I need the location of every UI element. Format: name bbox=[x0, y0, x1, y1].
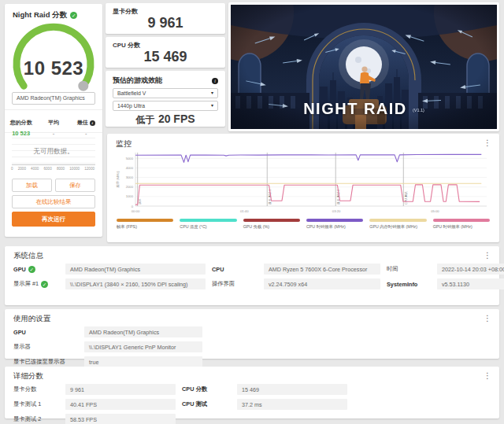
overall-score: 10 523 bbox=[5, 57, 102, 79]
svg-text:00:00: 00:00 bbox=[132, 209, 140, 213]
game-performance-title: 预估的游戏效能 bbox=[113, 76, 162, 86]
chevron-down-icon: ▾ bbox=[211, 89, 213, 98]
settings-gpu-label: GPU bbox=[13, 329, 78, 336]
axis-tick: 2000 bbox=[18, 167, 26, 171]
preset-select[interactable]: 1440p Ultra ▾ bbox=[113, 101, 218, 111]
score-gauge: 10 523 bbox=[5, 20, 102, 92]
tab-best[interactable]: 最佳 i - bbox=[70, 110, 102, 132]
detailed-scores-card: 详细分数 ⋮ 显卡分数 9 961 CPU 分数 15 469 显卡测试 1 4… bbox=[5, 367, 499, 418]
detail-gpu-test2-value: 58.53 FPS bbox=[65, 414, 176, 424]
score-distribution-axis: 0 2000 4000 6000 8000 10000 12000 bbox=[12, 164, 95, 171]
night-raid-version: (V1.1) bbox=[413, 108, 424, 112]
chevron-down-icon: ▾ bbox=[211, 101, 213, 110]
time-value: 2022-10-14 20:03 +08:00 bbox=[437, 264, 504, 275]
run-again-button[interactable]: 再次运行 bbox=[12, 212, 95, 227]
legend-gpu-load[interactable]: GPU 负载 (%) bbox=[243, 219, 300, 230]
detail-gpu-score-value: 9 961 bbox=[65, 384, 176, 395]
check-icon: ✓ bbox=[41, 281, 48, 288]
cpu-label: CPU bbox=[212, 266, 258, 273]
detail-gpu-score-label: 显卡分数 bbox=[13, 385, 59, 393]
detail-cpu-test-label: CPU 测试 bbox=[182, 400, 231, 408]
detail-cpu-score-label: CPU 分数 bbox=[182, 385, 231, 393]
axis-tick: 8000 bbox=[57, 167, 65, 171]
axis-tick: 0 bbox=[11, 167, 13, 171]
best-info-icon[interactable]: i bbox=[90, 120, 95, 126]
tab-your-score-label: 您的分数 bbox=[10, 119, 32, 127]
tab-best-label: 最佳 i bbox=[77, 119, 95, 127]
settings-connected-label: 显卡已连接至显示器 bbox=[13, 358, 78, 366]
detail-cpu-score-value: 15 469 bbox=[237, 384, 347, 395]
legend-cpu-clock[interactable]: CPU 时钟频率 (MHz) bbox=[306, 219, 363, 230]
svg-text:03:20: 03:20 bbox=[332, 209, 341, 213]
svg-text:1000: 1000 bbox=[126, 194, 134, 198]
settings-monitor-label: 显示器 bbox=[13, 343, 78, 351]
svg-text:2000: 2000 bbox=[126, 185, 134, 189]
detail-cpu-test-value: 37.2 ms bbox=[237, 399, 347, 410]
os-value: v2.24.7509 x64 bbox=[264, 278, 380, 289]
night-raid-result-screen: Night Raid 分数 ✓ 10 523 AMD Radeon(TM) Gr… bbox=[0, 0, 504, 424]
axis-tick: 6000 bbox=[44, 167, 52, 171]
sysinfo-value: v5.53.1130 bbox=[437, 278, 504, 289]
legend-gpu-mem-clock[interactable]: GPU 内存时钟频率 (MHz) bbox=[369, 219, 426, 230]
gpu-score-value: 9 961 bbox=[106, 15, 225, 31]
monitoring-menu-icon[interactable]: ⋮ bbox=[480, 137, 495, 149]
axis-tick: 4000 bbox=[31, 167, 39, 171]
cpu-score-card: CPU 分数 15 469 bbox=[106, 37, 225, 68]
check-icon: ✓ bbox=[28, 266, 35, 273]
svg-text:4000: 4000 bbox=[126, 166, 134, 170]
tab-average[interactable]: 平均 - bbox=[37, 110, 69, 132]
axis-tick: 10000 bbox=[69, 167, 80, 171]
settings-used-card: 使用的设置 ⋮ GPU AMD Radeon(TM) Graphics 显示器 … bbox=[5, 309, 499, 359]
game-performance-info-icon[interactable]: i bbox=[212, 78, 218, 84]
os-label: 操作界面 bbox=[212, 280, 258, 288]
system-info-title: 系统信息 bbox=[13, 251, 43, 261]
settings-used-menu-icon[interactable]: ⋮ bbox=[480, 312, 495, 324]
valid-check-icon: ✓ bbox=[70, 12, 77, 19]
settings-monitor-value: \\.\DISPLAY1 Generic PnP Monitor bbox=[84, 341, 202, 352]
gpu-value: AMD Radeon(TM) Graphics bbox=[65, 264, 206, 275]
legend-cpu-temp[interactable]: CPU 温度 (°C) bbox=[180, 219, 236, 230]
legend-fps[interactable]: 帧率 (FPS) bbox=[117, 219, 173, 230]
svg-text:3000: 3000 bbox=[126, 175, 134, 179]
svg-text:05:00: 05:00 bbox=[431, 209, 439, 213]
svg-text:01:40: 01:40 bbox=[240, 209, 249, 213]
estimated-fps: 低于 20 FPS bbox=[106, 112, 225, 127]
system-info-menu-icon[interactable]: ⋮ bbox=[480, 249, 495, 261]
cpu-score-value: 15 469 bbox=[106, 49, 225, 65]
detail-gpu-test1-label: 显卡测试 1 bbox=[13, 400, 59, 408]
gauge-end-dot bbox=[78, 81, 88, 91]
load-button[interactable]: 加载 bbox=[12, 179, 52, 192]
axis-tick: 12000 bbox=[84, 167, 94, 171]
score-distribution-chart: 无可用数据。 bbox=[12, 138, 95, 164]
detailed-scores-menu-icon[interactable]: ⋮ bbox=[480, 370, 495, 382]
monitoring-chart: 010002000300040005000频率 (MHz)00:0001:400… bbox=[113, 149, 493, 219]
settings-gpu-value: AMD Radeon(TM) Graphics bbox=[84, 326, 202, 337]
game-performance-card: 预估的游戏效能 i Battlefield V ▾ 1440p Ultra ▾ … bbox=[106, 71, 225, 127]
svg-text:频率 (MHz): 频率 (MHz) bbox=[116, 171, 120, 188]
score-card: Night Raid 分数 ✓ 10 523 AMD Radeon(TM) Gr… bbox=[5, 4, 102, 237]
benchmark-image-card: NIGHT RAID (V1.1) bbox=[228, 2, 499, 131]
display-value: \\.\DISPLAY1 (3840 × 2160, 150% DPI scal… bbox=[65, 278, 206, 289]
game-select-value: Battlefield V bbox=[117, 89, 146, 98]
svg-text:CPU 测试: CPU 测试 bbox=[404, 191, 408, 205]
compare-online-button[interactable]: 在线比较结果 bbox=[12, 195, 95, 208]
gpu-name-field[interactable]: AMD Radeon(TM) Graphics bbox=[12, 92, 95, 105]
monitoring-card: 监控 ⋮ 010002000300040005000频率 (MHz)00:000… bbox=[107, 134, 499, 242]
display-label: 显示屏 #1✓ bbox=[13, 280, 59, 288]
score-tabs: 您的分数 10 523 平均 - 最佳 i - bbox=[5, 109, 102, 133]
legend-gpu-clock[interactable]: GPU 时钟频率 (MHz) bbox=[433, 219, 490, 230]
tab-your-score[interactable]: 您的分数 10 523 bbox=[5, 110, 37, 132]
tab-best-value: - bbox=[70, 130, 102, 137]
chart-legend: 帧率 (FPS) CPU 温度 (°C) GPU 负载 (%) CPU 时钟频率… bbox=[117, 219, 490, 230]
night-raid-image: NIGHT RAID (V1.1) bbox=[231, 5, 497, 129]
system-info-card: 系统信息 ⋮ GPU✓ AMD Radeon(TM) Graphics CPU … bbox=[5, 246, 499, 305]
svg-text:0: 0 bbox=[132, 205, 134, 208]
save-button[interactable]: 保存 bbox=[55, 179, 95, 192]
tab-average-label: 平均 bbox=[48, 119, 59, 127]
night-raid-title: NIGHT RAID (V1.1) bbox=[231, 100, 497, 118]
settings-used-title: 使用的设置 bbox=[13, 314, 51, 324]
detail-gpu-test2-label: 显卡测试 2 bbox=[13, 415, 59, 423]
sysinfo-label: SystemInfo bbox=[387, 281, 431, 288]
gpu-label: GPU✓ bbox=[13, 266, 59, 273]
game-select[interactable]: Battlefield V ▾ bbox=[113, 88, 218, 98]
